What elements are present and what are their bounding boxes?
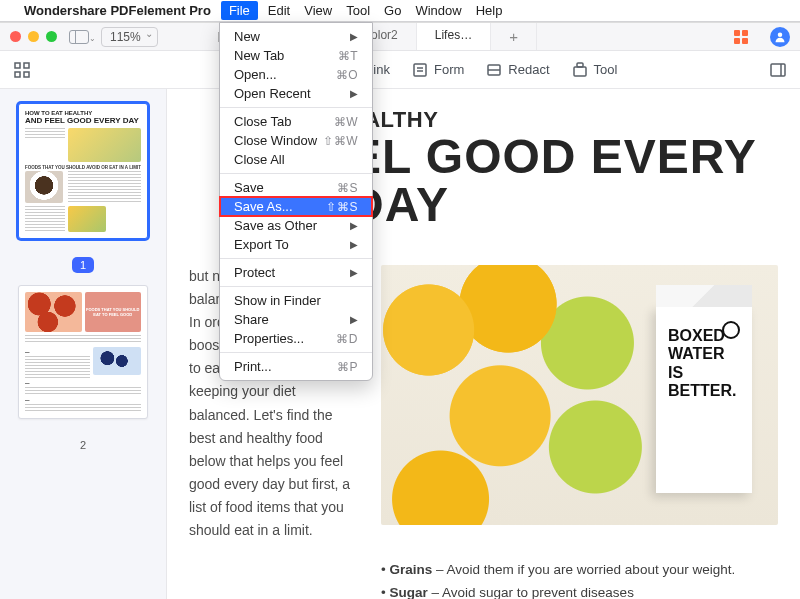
app-name[interactable]: Wondershare PDFelement Pro [24,3,211,18]
page-number-1: 1 [72,257,94,273]
panel-toggle-icon[interactable] [770,62,786,78]
menu-help[interactable]: Help [476,3,503,18]
view-grid-icon[interactable] [14,62,30,78]
menu-item-save-as-[interactable]: Save As...⇧⌘S [220,197,372,216]
tool-form[interactable]: Form [412,62,464,78]
menu-window[interactable]: Window [415,3,461,18]
menu-item-properties-[interactable]: Properties...⌘D [220,329,372,348]
tool-tool-label: Tool [594,62,618,77]
svg-rect-1 [15,63,20,68]
apps-icon[interactable] [734,30,748,44]
menu-item-export-to[interactable]: Export To▶ [220,235,372,254]
menu-item-save[interactable]: Save⌘S [220,178,372,197]
tool-tool[interactable]: Tool [572,62,618,78]
svg-rect-13 [574,67,586,76]
menu-item-new[interactable]: New▶ [220,27,372,46]
close-icon[interactable] [10,31,21,42]
sidebar-toggle-icon[interactable]: ⌄ [69,30,89,44]
tool-redact[interactable]: Redact [486,62,549,78]
hero-image: BOXED WATER IS BETTER. [381,265,778,525]
page-number-2: 2 [72,437,94,453]
svg-rect-4 [24,72,29,77]
svg-point-0 [778,32,783,37]
app-window: ⌄ 115% prod… Prod… color2 Lifes… + Image… [0,22,800,599]
menu-item-close-window[interactable]: Close Window⇧⌘W [220,131,372,150]
page-thumbnail-2[interactable]: FOODS THAT YOU SHOULD EAT TO FEEL GOOD —… [18,285,148,419]
window-controls [10,31,57,42]
tool-form-label: Form [434,62,464,77]
tool-redact-label: Redact [508,62,549,77]
thumbnail-sidebar: HOW TO EAT HEALTHY AND FEEL GOOD EVERY D… [0,89,167,599]
avatar[interactable] [770,27,790,47]
menu-go[interactable]: Go [384,3,401,18]
svg-rect-14 [771,64,785,76]
menu-tool[interactable]: Tool [346,3,370,18]
titlebar: ⌄ 115% prod… Prod… color2 Lifes… + [0,23,800,51]
toolbar: Image Link Form Redact Tool [0,51,800,89]
menu-item-print-[interactable]: Print...⌘P [220,357,372,376]
zoom-icon[interactable] [46,31,57,42]
menu-item-share[interactable]: Share▶ [220,310,372,329]
menu-item-close-tab[interactable]: Close Tab⌘W [220,112,372,131]
menu-item-open-[interactable]: Open...⌘O [220,65,372,84]
tab-3[interactable]: Lifes… [417,23,491,50]
svg-rect-7 [414,64,426,76]
file-menu-dropdown: New▶New Tab⌘TOpen...⌘OOpen Recent▶Close … [219,22,373,381]
menu-view[interactable]: View [304,3,332,18]
menu-item-close-all[interactable]: Close All [220,150,372,169]
page-thumbnail-1[interactable]: HOW TO EAT HEALTHY AND FEEL GOOD EVERY D… [18,103,148,239]
menu-edit[interactable]: Edit [268,3,290,18]
doc-heading-2: EL GOOD EVERY DAY [349,133,778,229]
menu-item-protect[interactable]: Protect▶ [220,263,372,282]
menu-file[interactable]: File [221,1,258,20]
bullet-list: • Grains – Avoid them if you are worried… [381,559,778,599]
menu-item-new-tab[interactable]: New Tab⌘T [220,46,372,65]
globe-icon [722,321,740,339]
svg-rect-3 [15,72,20,77]
system-menubar: Wondershare PDFelement Pro File Edit Vie… [0,0,800,22]
minimize-icon[interactable] [28,31,39,42]
add-tab-button[interactable]: + [491,23,537,50]
menu-item-save-as-other[interactable]: Save as Other▶ [220,216,372,235]
menu-item-show-in-finder[interactable]: Show in Finder [220,291,372,310]
menu-item-open-recent[interactable]: Open Recent▶ [220,84,372,103]
svg-rect-2 [24,63,29,68]
zoom-select[interactable]: 115% [101,27,158,47]
carton-text: BOXED WATER IS BETTER. [656,307,752,493]
